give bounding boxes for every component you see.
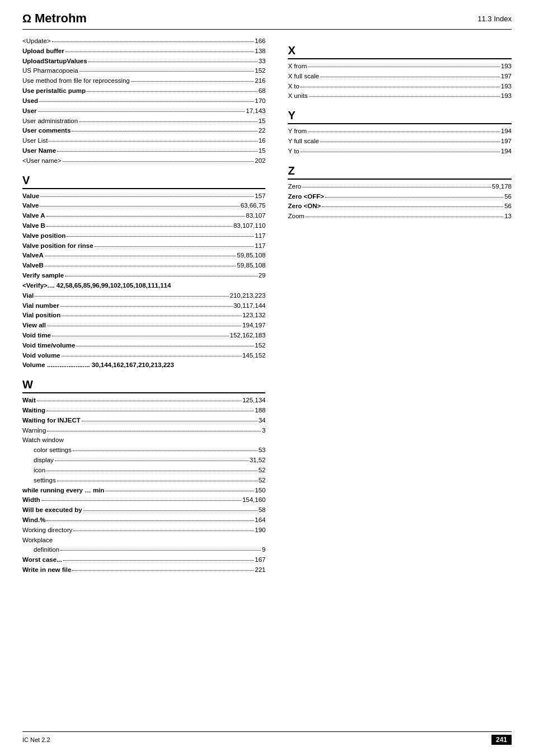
x-section-header: X	[288, 44, 512, 59]
list-item: ValveB59,85,108	[22, 261, 265, 271]
list-item: Zoom13	[288, 212, 512, 222]
entry-dots	[52, 41, 254, 42]
entry-dots	[45, 256, 236, 256]
entry-dots	[72, 131, 257, 132]
entry-name: <Verify>.... 42,58,65,85,96,99,102,105,1…	[22, 281, 171, 291]
entry-dots	[320, 142, 500, 142]
entry-name: X to	[288, 82, 299, 92]
entry-dots	[308, 67, 499, 67]
y-section-header: Y	[288, 109, 512, 124]
entry-name: User administration	[22, 116, 78, 126]
entry-name: Warning	[22, 426, 46, 436]
entry-name: Used	[22, 96, 38, 106]
entry-page: 16	[259, 136, 266, 146]
entry-page: 164	[255, 515, 265, 525]
list-item: X to193	[288, 82, 512, 92]
entry-name: Worst case...	[22, 555, 62, 565]
entry-dots	[76, 346, 254, 346]
entry-dots	[131, 81, 254, 82]
entry-page: 193	[501, 91, 512, 101]
entry-dots	[65, 276, 257, 276]
entry-page: 56	[504, 192, 512, 202]
page-footer: IC Net 2.2 241	[22, 731, 512, 745]
left-column: <Update>166Upload buffer138UploadStartup…	[22, 36, 277, 575]
entry-dots	[63, 560, 254, 561]
entry-dots	[55, 461, 249, 461]
z-section-entries: Zero59,178Zero <OFF>56Zero <ON>56Zoom13	[288, 182, 512, 222]
entry-page: 53	[259, 445, 266, 456]
x-section-entries: X from193X full scale197X to193X units19…	[288, 62, 512, 101]
list-item: X units193	[288, 91, 512, 101]
list-item: Warning3	[22, 426, 265, 436]
entry-dots	[322, 206, 503, 207]
entry-dots	[67, 236, 254, 237]
entry-page: 157	[255, 191, 265, 201]
entry-dots	[40, 206, 239, 206]
entry-dots	[52, 336, 229, 336]
entry-name: Zero	[288, 182, 301, 192]
entry-dots	[46, 411, 254, 411]
entry-name: while running every … min	[22, 486, 104, 496]
entry-name: Valve	[22, 201, 39, 211]
entry-name: US Pharmacopoeia	[22, 66, 78, 76]
list-item: Use peristaltic pump68	[22, 86, 265, 96]
entry-name: <User name>	[22, 156, 62, 166]
entry-dots	[87, 91, 257, 92]
entry-page: 210,213,223	[230, 291, 266, 301]
entry-name: Vial position	[22, 311, 60, 321]
entry-dots	[60, 550, 261, 551]
entry-page: 30,117,144	[233, 301, 266, 311]
list-item: Volume ........................ 30,144,1…	[22, 360, 265, 370]
list-item: Worst case...167	[22, 555, 265, 565]
entry-page: 154,160	[242, 495, 266, 505]
list-item: Working directory190	[22, 525, 265, 536]
list-item: icon52	[22, 466, 265, 476]
list-item: Vial number30,117,144	[22, 301, 265, 311]
list-item: Value157	[22, 191, 265, 201]
entry-page: 15	[259, 116, 266, 126]
entry-dots	[302, 187, 491, 187]
entry-page: 3	[262, 426, 265, 436]
entry-dots	[325, 197, 503, 198]
entry-dots	[88, 62, 257, 62]
list-item: Valve position117	[22, 231, 265, 241]
entry-page: 83,107,110	[233, 221, 266, 231]
list-item: settings52	[22, 476, 265, 486]
entry-page: 68	[259, 86, 266, 96]
list-item: Will be executed by58	[22, 505, 265, 515]
entry-dots	[57, 481, 257, 481]
entry-page: 197	[501, 137, 512, 147]
entry-dots	[309, 96, 500, 97]
list-item: Valve63,66,75	[22, 201, 265, 211]
entry-dots	[39, 101, 254, 102]
list-item: Waiting188	[22, 406, 265, 416]
entry-dots	[47, 326, 241, 326]
entry-dots	[83, 510, 257, 511]
entry-dots	[37, 401, 241, 401]
entry-name: X units	[288, 91, 307, 101]
list-item: X full scale197	[288, 72, 512, 82]
entry-dots	[63, 161, 254, 162]
entry-name: X from	[288, 62, 307, 72]
list-item: User17,143	[22, 106, 265, 116]
entry-page: 170	[255, 96, 265, 106]
list-item: UploadStartupValues33	[22, 57, 265, 67]
list-item: Use method from file for reprocessing216	[22, 76, 265, 86]
list-item: Upload buffer138	[22, 46, 265, 57]
entry-name: Valve position	[22, 231, 65, 241]
entry-name: settings	[34, 476, 56, 486]
v-section-header: V	[22, 174, 265, 189]
u-section-entries: <Update>166Upload buffer138UploadStartup…	[22, 36, 265, 166]
entry-page: 193	[501, 62, 512, 72]
entry-name: Y to	[288, 147, 299, 157]
entry-page: 152	[255, 341, 265, 351]
entry-dots	[49, 141, 257, 142]
list-item: Valve position for rinse117	[22, 241, 265, 251]
list-item: Y from194	[288, 126, 512, 137]
entry-name: Watch window	[22, 435, 64, 445]
entry-page: 17,143	[246, 106, 265, 116]
entry-name: Zero <OFF>	[288, 192, 324, 202]
entry-page: 221	[255, 565, 265, 575]
entry-name: icon	[34, 466, 45, 476]
entry-dots	[57, 151, 257, 152]
